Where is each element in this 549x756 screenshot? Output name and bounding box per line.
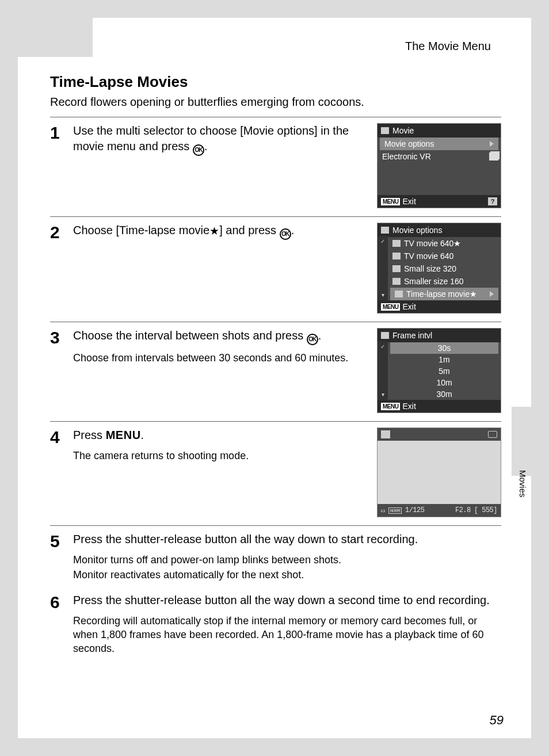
side-label: Movies <box>518 470 528 498</box>
aperture-value: F2.8 <box>455 506 471 514</box>
option-icon <box>392 265 401 272</box>
row-label: Small size 320 <box>404 264 456 273</box>
step-subtext: Monitor reactivates automatically for th… <box>73 568 501 582</box>
movie-icon <box>381 227 389 234</box>
option-icon <box>392 278 401 285</box>
step-number: 2 <box>50 223 73 241</box>
screen-title: Movie options <box>392 226 442 235</box>
exit-label: Exit <box>402 302 415 311</box>
step-number: 6 <box>50 593 73 611</box>
step-number: 4 <box>50 427 73 446</box>
menu-badge: MENU <box>381 403 400 410</box>
text-part: ] and press <box>219 224 280 236</box>
row-label: TV movie 640★ <box>404 239 461 248</box>
interval-30s: 30s <box>390 342 498 354</box>
step-4: 4 Press MENU. The camera returns to shoo… <box>50 421 501 525</box>
step-number: 5 <box>50 532 73 550</box>
shutter-value: 1/125 <box>405 506 425 514</box>
interval-5m: 5m <box>388 365 501 377</box>
option-small-320: Small size 320 <box>388 262 501 275</box>
row-label: Electronic VR <box>382 152 431 161</box>
step-text: Press MENU. The camera returns to shooti… <box>73 427 368 517</box>
step-3: 3 Choose the interval between shots and … <box>50 322 501 421</box>
page-subtitle: Record flowers opening or butterflies em… <box>50 96 501 109</box>
screen-footer: MENU Exit <box>378 300 501 313</box>
step-1: 1 Use the multi selector to choose [Movi… <box>50 117 501 216</box>
scroll-strip: ✓ ▾ <box>378 236 388 300</box>
option-icon <box>489 152 498 161</box>
interval-1m: 1m <box>388 354 501 365</box>
text-part: Press <box>73 429 106 441</box>
text-part: Choose [Time-lapse movie <box>73 224 209 236</box>
shoot-top-bar <box>378 428 501 441</box>
camera-screen-shooting: ▭ NORM 1/125 F2.8 [ 555] <box>377 427 501 517</box>
row-label: Movie options <box>384 139 434 148</box>
camera-screen-frame-intvl: Frame intvl ✓ ▾ 30s 1m 5m 10m 30m MENU <box>377 328 501 413</box>
row-label: TV movie 640 <box>404 251 453 261</box>
text-part: . <box>204 140 208 152</box>
page: The Movie Menu Movies 59 Time-Lapse Movi… <box>18 18 531 738</box>
option-time-lapse: Time-lapse movie★ <box>390 288 498 300</box>
step-6: 6 Press the shutter-release button all t… <box>50 590 501 664</box>
step-5: 5 Press the shutter-release button all t… <box>50 525 501 590</box>
option-tv-640-star: TV movie 640★ <box>388 237 501 250</box>
screen-header: Movie <box>378 124 501 138</box>
step-text: Choose the interval between shots and pr… <box>73 328 368 413</box>
option-smaller-160: Smaller size 160 <box>388 275 501 288</box>
content: Time-Lapse Movies Record flowers opening… <box>50 73 501 663</box>
screen-header: Frame intvl <box>378 329 501 342</box>
text-part: Use the multi selector to choose [Movie … <box>73 124 349 152</box>
step-subtext: The camera returns to shooting mode. <box>73 449 368 463</box>
step-subtext: Choose from intervals between 30 seconds… <box>73 351 368 365</box>
text-part: Press the shutter-release button all the… <box>73 533 418 545</box>
menu-row-electronic-vr: Electronic VR <box>378 150 501 163</box>
star-icon: ★ <box>209 225 219 237</box>
size-icon: ▭ <box>381 506 385 515</box>
screen-footer: MENU Exit ? <box>378 195 501 208</box>
arrow-right-icon <box>490 291 494 297</box>
norm-badge: NORM <box>388 507 402 514</box>
frame-count: [ 555] <box>474 506 497 514</box>
option-tv-640: TV movie 640 <box>388 250 501 262</box>
ok-icon: OK <box>307 334 318 345</box>
timelapse-icon <box>381 430 390 438</box>
menu-label: MENU <box>106 429 141 441</box>
help-icon: ? <box>488 197 497 205</box>
text-part: . <box>318 329 322 342</box>
shoot-bottom-bar: ▭ NORM 1/125 F2.8 [ 555] <box>378 504 501 517</box>
screen-title: Movie <box>392 126 414 135</box>
screen-title: Frame intvl <box>392 331 432 340</box>
movie-icon <box>381 332 389 339</box>
step-2: 2 Choose [Time-lapse movie★] and press O… <box>50 216 501 322</box>
ok-icon: OK <box>193 144 204 156</box>
arrow-right-icon <box>490 141 494 147</box>
menu-badge: MENU <box>381 303 400 311</box>
text-part: Press the shutter-release button all the… <box>73 594 490 606</box>
step-text: Press the shutter-release button all the… <box>73 532 501 582</box>
down-arrow-icon: ▾ <box>382 391 384 398</box>
movie-icon <box>381 127 389 134</box>
camera-screen-movie-options: Movie options ✓ ▾ TV movie 640★ TV movie… <box>377 223 501 314</box>
text-part: Choose the interval between shots and pr… <box>73 329 307 342</box>
screen-header: Movie options <box>378 223 501 237</box>
exit-label: Exit <box>402 402 415 411</box>
step-text: Use the multi selector to choose [Movie … <box>73 123 368 208</box>
step-text: Press the shutter-release button all the… <box>73 593 501 656</box>
top-corner-block <box>18 18 93 57</box>
check-icon: ✓ <box>380 343 385 350</box>
step-number: 3 <box>50 328 73 346</box>
scroll-strip: ✓ ▾ <box>378 341 388 400</box>
interval-30m: 30m <box>388 388 501 400</box>
step-subtext: Recording will automatically stop if the… <box>73 614 501 656</box>
step-subtext: Monitor turns off and power-on lamp blin… <box>73 553 501 567</box>
step-text: Choose [Time-lapse movie★] and press OK. <box>73 223 368 314</box>
interval-10m: 10m <box>388 377 501 388</box>
check-icon: ✓ <box>380 238 385 245</box>
menu-badge: MENU <box>381 198 400 205</box>
down-arrow-icon: ▾ <box>382 292 384 298</box>
option-icon <box>395 291 403 297</box>
menu-row-movie-options: Movie options <box>380 138 498 150</box>
option-icon <box>392 240 401 247</box>
memory-icon <box>488 431 497 438</box>
page-number: 59 <box>490 713 504 728</box>
